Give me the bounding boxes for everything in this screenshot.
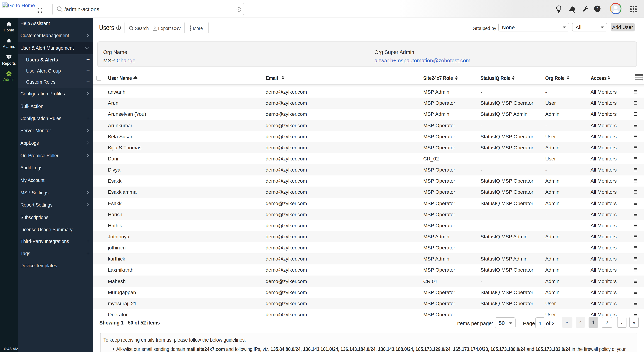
svg-text:?: ? [596,6,598,11]
